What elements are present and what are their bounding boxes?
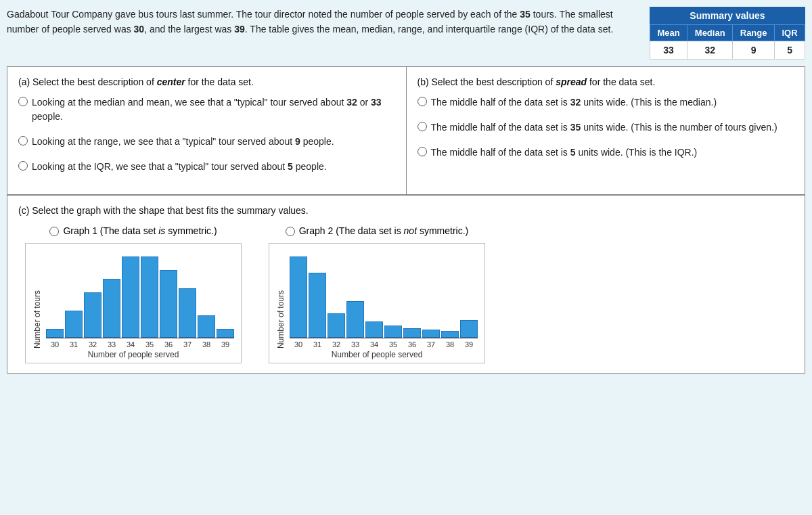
- x-label: 30: [290, 340, 307, 349]
- bar: [160, 270, 177, 338]
- part-a-option-1[interactable]: Looking at the median and mean, we see t…: [18, 95, 395, 124]
- x-label: 32: [328, 340, 345, 349]
- x-label: 36: [403, 340, 421, 349]
- summary-header-mean: Mean: [650, 25, 687, 41]
- part-a-option-3-text: Looking at the IQR, we see that a "typic…: [32, 160, 327, 174]
- min-val: 30: [134, 24, 145, 35]
- graph1-bars-area: 30313233343536373839: [46, 250, 234, 349]
- part-b-option-3-text: The middle half of the data set is 5 uni…: [431, 145, 698, 160]
- graph2-chart: Number of tours 30313233343536373839 Num…: [269, 243, 485, 363]
- graph1-x-labels: 30313233343536373839: [46, 340, 234, 349]
- radio-b3[interactable]: [418, 147, 427, 156]
- bar: [460, 320, 478, 338]
- bar: [84, 292, 102, 338]
- part-a-option-3[interactable]: Looking at the IQR, we see that a "typic…: [18, 160, 395, 174]
- summary-header-iqr: IQR: [775, 25, 805, 41]
- graph1-label-text: Graph 1 (The data set is symmetric.): [63, 225, 217, 236]
- tours-count: 35: [520, 9, 531, 20]
- summary-header-median: Median: [687, 25, 733, 41]
- x-label: 33: [103, 340, 120, 349]
- radio-c2[interactable]: [286, 227, 295, 236]
- graph2-chart-area: Number of tours 30313233343536373839: [276, 250, 478, 349]
- x-label: 31: [309, 340, 326, 349]
- bar: [103, 279, 120, 338]
- bar: [441, 331, 459, 338]
- graph1-chart-area: Number of tours 30313233343536373839: [32, 250, 234, 349]
- bar: [346, 301, 364, 338]
- x-label: 33: [346, 340, 364, 349]
- radio-b2[interactable]: [418, 122, 427, 131]
- graph1-label: Graph 1 (The data set is symmetric.): [49, 225, 217, 236]
- part-a-keyword: center: [157, 76, 185, 87]
- graph1-x-axis-title: Number of people served: [32, 350, 234, 359]
- graph1-section: Graph 1 (The data set is symmetric.) Num…: [25, 225, 242, 363]
- graphs-container: Graph 1 (The data set is symmetric.) Num…: [18, 225, 794, 363]
- radio-b1[interactable]: [418, 97, 427, 106]
- part-c-section: (c) Select the graph with the shape that…: [7, 195, 805, 374]
- x-label: 38: [441, 340, 459, 349]
- graph2-x-labels: 30313233343536373839: [290, 340, 478, 349]
- graph2-bars-area: 30313233343536373839: [290, 250, 478, 349]
- part-a-option-2[interactable]: Looking at the range, we see that a "typ…: [18, 135, 395, 149]
- max-val: 39: [234, 24, 245, 35]
- top-section: Gadabout Tour Company gave bus tours las…: [7, 7, 805, 60]
- x-label: 39: [217, 340, 234, 349]
- graph2-bars-row: [290, 250, 478, 338]
- part-a-title: (a) Select the best description of cente…: [18, 76, 395, 87]
- part-b-option-3[interactable]: The middle half of the data set is 5 uni…: [418, 145, 794, 160]
- graph1-chart: Number of tours 30313233343536373839 Num…: [25, 243, 242, 363]
- bar: [365, 321, 383, 338]
- bar: [422, 330, 440, 338]
- bar: [65, 311, 83, 338]
- summary-value-range: 9: [733, 41, 775, 60]
- ab-section: (a) Select the best description of cente…: [7, 66, 805, 195]
- summary-value-median: 32: [687, 41, 733, 60]
- part-a-option-2-text: Looking at the range, we see that a "typ…: [32, 135, 334, 149]
- bar: [328, 313, 345, 338]
- graph2-y-axis: Number of tours: [276, 290, 286, 349]
- x-label: 35: [141, 340, 158, 349]
- part-b-option-2[interactable]: The middle half of the data set is 35 un…: [418, 120, 794, 135]
- bar: [217, 329, 234, 338]
- x-label: 34: [122, 340, 139, 349]
- part-b-section: (b) Select the best description of sprea…: [407, 67, 805, 194]
- bar: [46, 329, 64, 338]
- main-container: Gadabout Tour Company gave bus tours las…: [0, 0, 812, 380]
- graph2-x-axis-title: Number of people served: [276, 350, 478, 359]
- summary-header-range: Range: [733, 25, 775, 41]
- graph1-y-axis: Number of tours: [32, 290, 42, 349]
- graph2-label: Graph 2 (The data set is not symmetric.): [286, 225, 469, 236]
- x-label: 37: [179, 340, 196, 349]
- x-label: 39: [460, 340, 478, 349]
- x-label: 37: [422, 340, 440, 349]
- graph1-bars-row: [46, 250, 234, 338]
- x-label: 35: [384, 340, 402, 349]
- x-label: 34: [365, 340, 383, 349]
- part-b-option-1[interactable]: The middle half of the data set is 32 un…: [418, 95, 794, 110]
- radio-a1[interactable]: [18, 97, 28, 106]
- part-b-option-1-text: The middle half of the data set is 32 un…: [431, 95, 717, 110]
- part-b-option-2-text: The middle half of the data set is 35 un…: [431, 120, 777, 135]
- part-c-title: (c) Select the graph with the shape that…: [18, 205, 794, 216]
- bar: [309, 273, 326, 338]
- x-label: 32: [84, 340, 102, 349]
- x-label: 31: [65, 340, 83, 349]
- radio-c1[interactable]: [49, 227, 59, 236]
- summary-title: Summary values: [650, 7, 805, 25]
- graph2-section: Graph 2 (The data set is not symmetric.)…: [269, 225, 485, 363]
- x-label: 30: [46, 340, 64, 349]
- bar: [141, 256, 158, 338]
- bar: [290, 256, 307, 338]
- radio-a3[interactable]: [18, 161, 28, 171]
- intro-text: Gadabout Tour Company gave bus tours las…: [7, 7, 643, 60]
- bar: [198, 315, 215, 338]
- graph2-label-text: Graph 2 (The data set is not symmetric.): [299, 225, 469, 236]
- part-b-keyword: spread: [556, 76, 587, 87]
- bar: [403, 328, 421, 338]
- x-label: 38: [198, 340, 215, 349]
- radio-a2[interactable]: [18, 136, 28, 145]
- summary-value-iqr: 5: [775, 41, 805, 60]
- part-a-section: (a) Select the best description of cente…: [7, 67, 407, 194]
- x-label: 36: [160, 340, 177, 349]
- part-a-option-1-text: Looking at the median and mean, we see t…: [32, 95, 395, 124]
